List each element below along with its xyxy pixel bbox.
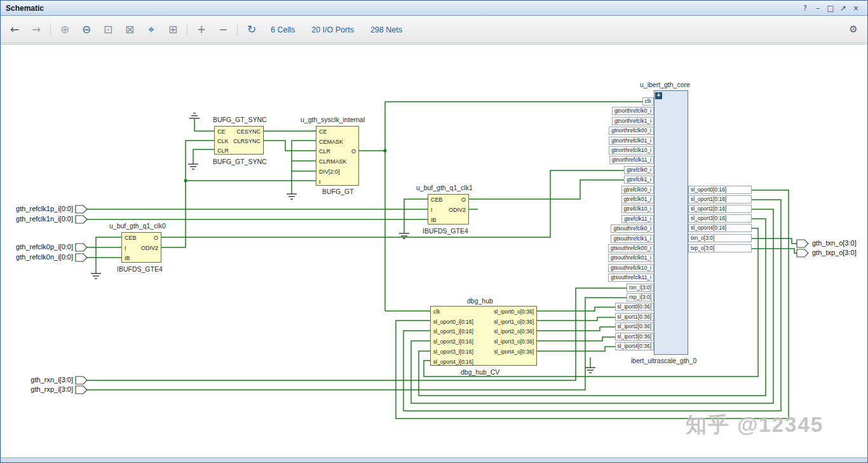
- pin[interactable]: CE: [319, 128, 327, 135]
- pin-label[interactable]: gtnorthrefclk01_i: [609, 137, 654, 145]
- input-port-label[interactable]: gth_refclk0n_i[0:0]: [6, 253, 73, 261]
- pin-label[interactable]: gtrefclk10_i: [621, 205, 654, 213]
- pin-label[interactable]: gtrefclk11_i: [621, 215, 654, 223]
- input-port-label[interactable]: gth_refclk1n_i[0:0]: [6, 215, 73, 223]
- pin-label[interactable]: gtnorthrefclk11_i: [609, 156, 654, 164]
- pin-label[interactable]: sl_iport1[0:36]: [615, 313, 654, 321]
- pin-label[interactable]: gtsouthrefclk11_i: [608, 273, 654, 282]
- pin-label[interactable]: sl_iport0[0:36]: [615, 303, 654, 311]
- pin-label[interactable]: sl_oport2[0:16]: [688, 205, 752, 213]
- io-ports-link[interactable]: 20 I/O Ports: [311, 25, 354, 34]
- cell-ibert-gth-core[interactable]: [654, 90, 688, 355]
- pin-label[interactable]: sl_iport3[0:36]: [615, 333, 654, 341]
- pin[interactable]: ODIV2: [141, 244, 158, 252]
- pin[interactable]: sl_iport3_o[0:36]: [494, 338, 534, 345]
- cell-ibufds-q1-clk0[interactable]: CEB I IB O ODIV2: [121, 232, 161, 263]
- restore-icon[interactable]: □: [824, 4, 837, 13]
- pin-label[interactable]: gtsouthrefclk0_i: [611, 225, 654, 233]
- pin[interactable]: O: [351, 148, 356, 155]
- pin[interactable]: sl_oport2_i[0:16]: [433, 338, 473, 345]
- back-icon[interactable]: ←: [7, 24, 22, 35]
- pin-label[interactable]: gtsouthrefclk10_i: [608, 264, 654, 272]
- add-icon[interactable]: +: [194, 24, 209, 35]
- pin-label[interactable]: gtnorthrefclk00_i: [609, 127, 654, 135]
- pin-label[interactable]: gtrefclk0_i: [624, 166, 654, 174]
- pin[interactable]: sl_oport0_i[0:16]: [433, 318, 473, 326]
- input-port-shape[interactable]: [76, 216, 87, 223]
- pin[interactable]: sl_iport0_o[0:36]: [494, 308, 534, 315]
- forward-icon[interactable]: →: [29, 24, 44, 35]
- net-wire[interactable]: [193, 149, 214, 164]
- pin-label[interactable]: gtnorthrefclk0_i: [612, 107, 654, 115]
- title-bar[interactable]: Schematic ? – □ ↗ ×: [1, 1, 867, 16]
- pin[interactable]: sl_iport2_o[0:36]: [494, 328, 534, 335]
- pin-label[interactable]: txn_o[3:0]: [688, 234, 752, 242]
- pin[interactable]: CLR: [217, 147, 229, 155]
- cell-bufg-gt[interactable]: CE CEMASK CLR CLRMASK DIV[2:0] I O: [316, 126, 359, 186]
- expand-selection-icon[interactable]: ⊞: [165, 24, 180, 35]
- net-wire[interactable]: [264, 141, 316, 151]
- help-icon[interactable]: ?: [799, 4, 811, 13]
- nets-link[interactable]: 298 Nets: [370, 25, 402, 34]
- pin[interactable]: I: [125, 244, 126, 252]
- pin[interactable]: CESYNC: [236, 128, 261, 135]
- pin-label[interactable]: gtrefclk01_i: [621, 195, 654, 204]
- pin-label[interactable]: gtsouthrefclk1_i: [611, 235, 654, 243]
- zoom-in-icon[interactable]: ⊕: [57, 24, 72, 35]
- pin[interactable]: CLK: [217, 137, 229, 145]
- output-port-shape[interactable]: [797, 240, 808, 247]
- cell-bufg-gt-sync[interactable]: CE CLK CLR CESYNC CLRSYNC: [214, 126, 264, 155]
- pin[interactable]: DIV[2:0]: [319, 168, 340, 176]
- pin[interactable]: CLRMASK: [319, 158, 347, 165]
- pin[interactable]: CEB: [431, 196, 443, 204]
- output-port-label[interactable]: gth_txp_o[3:0]: [812, 249, 857, 257]
- settings-gear-icon[interactable]: ⚙: [846, 25, 861, 34]
- pin-label[interactable]: gtrefclk1_i: [624, 176, 654, 184]
- pin-label[interactable]: gtnorthrefclk1_i: [612, 117, 654, 125]
- input-port-shape[interactable]: [76, 377, 87, 384]
- pin[interactable]: CLR: [319, 148, 330, 155]
- pin-label[interactable]: rxp_i[3:0]: [627, 293, 654, 301]
- input-port-label[interactable]: gth_refclk0p_i[0:0]: [6, 243, 73, 251]
- input-port-label[interactable]: gth_rxn_i[3:0]: [6, 376, 73, 384]
- float-icon[interactable]: ↗: [837, 4, 850, 13]
- pin-label[interactable]: sl_oport4[0:16]: [688, 224, 752, 232]
- autofit-selection-icon[interactable]: ⌖: [144, 24, 159, 35]
- pin-label[interactable]: gtrefclk00_i: [621, 186, 654, 194]
- input-port-shape[interactable]: [76, 386, 87, 394]
- pin[interactable]: CEB: [125, 234, 137, 242]
- close-icon[interactable]: ×: [850, 4, 862, 13]
- pin[interactable]: CLRSYNC: [233, 137, 261, 145]
- zoom-fit-icon[interactable]: ⊡: [100, 24, 116, 35]
- pin[interactable]: sl_oport4_i[0:16]: [433, 358, 473, 366]
- input-port-label[interactable]: gth_rxp_i[3:0]: [6, 385, 73, 394]
- zoom-out-icon[interactable]: ⊖: [79, 24, 94, 35]
- input-port-shape[interactable]: [76, 254, 87, 261]
- output-port-shape[interactable]: [797, 249, 808, 257]
- minimize-icon[interactable]: –: [811, 4, 824, 13]
- zoom-selection-icon[interactable]: ⊠: [122, 24, 137, 35]
- pin[interactable]: IB: [125, 254, 130, 262]
- pin-label[interactable]: txp_o[3:0]: [688, 244, 752, 252]
- pin[interactable]: I: [319, 178, 321, 186]
- pin[interactable]: CEMASK: [319, 138, 343, 146]
- pin-label[interactable]: clk: [642, 97, 654, 106]
- cell-ibufds-q1-clk1[interactable]: CEB I IB O ODIV2: [428, 194, 469, 225]
- pin-label[interactable]: gtsouthrefclk01_i: [608, 254, 654, 262]
- pin-label[interactable]: gtnorthrefclk10_i: [609, 146, 654, 155]
- pin[interactable]: ODIV2: [449, 206, 466, 214]
- net-wire[interactable]: [194, 118, 214, 131]
- pin-label[interactable]: gtsouthrefclk00_i: [608, 244, 654, 252]
- pin[interactable]: sl_oport1_i[0:16]: [433, 328, 473, 335]
- pin-label[interactable]: sl_iport2[0:36]: [615, 322, 654, 331]
- pin-label[interactable]: rxn_i[3:0]: [627, 284, 654, 292]
- pin[interactable]: CE: [217, 128, 226, 135]
- pin[interactable]: sl_iport4_o[0:36]: [494, 348, 534, 356]
- cell-dbg-hub[interactable]: clk sl_oport0_i[0:16] sl_oport1_i[0:16] …: [430, 306, 537, 366]
- pin[interactable]: IB: [431, 216, 437, 224]
- pin[interactable]: I: [431, 206, 433, 214]
- input-port-label[interactable]: gth_refclk1p_i[0:0]: [6, 205, 73, 213]
- pin-label[interactable]: sl_oport1[0:16]: [688, 195, 752, 204]
- cells-link[interactable]: 6 Cells: [271, 25, 295, 34]
- pin[interactable]: O: [461, 196, 466, 204]
